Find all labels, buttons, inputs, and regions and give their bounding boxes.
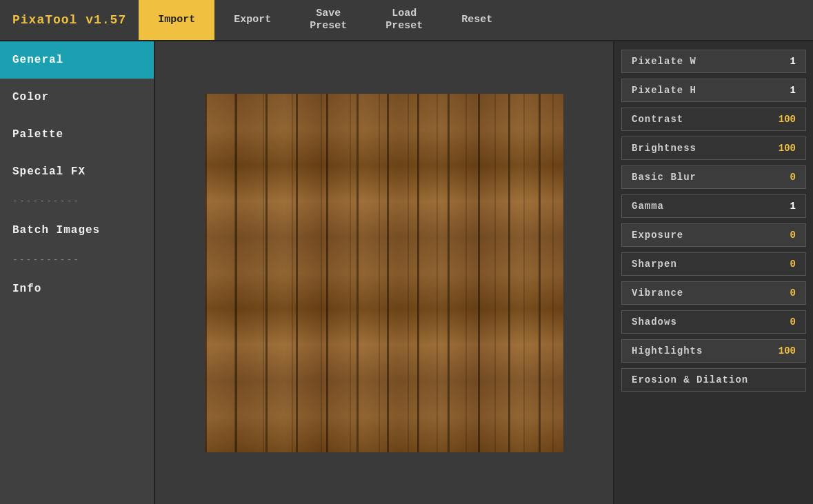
- gamma-value: 1: [790, 201, 796, 212]
- nav-import-button[interactable]: Import: [139, 0, 214, 40]
- right-panel: Pixelate W 1 Pixelate H 1 Contrast 100 B…: [613, 41, 813, 504]
- canvas-area: [155, 41, 613, 504]
- sidebar: General Color Palette Special FX -------…: [0, 41, 155, 504]
- contrast-label: Contrast: [632, 114, 683, 125]
- control-pixelate-w[interactable]: Pixelate W 1: [621, 50, 806, 73]
- highlights-label: Hightlights: [632, 345, 703, 356]
- control-highlights[interactable]: Hightlights 100: [621, 339, 806, 363]
- contrast-value: 100: [779, 114, 796, 125]
- sidebar-item-color[interactable]: Color: [0, 79, 154, 116]
- pixelate-w-value: 1: [790, 56, 796, 67]
- nav-reset-button[interactable]: Reset: [442, 0, 512, 40]
- basic-blur-value: 0: [790, 172, 796, 183]
- pixelate-h-value: 1: [790, 85, 796, 96]
- control-brightness[interactable]: Brightness 100: [621, 137, 806, 160]
- exposure-value: 0: [790, 230, 796, 241]
- control-basic-blur[interactable]: Basic Blur 0: [621, 165, 806, 189]
- control-exposure[interactable]: Exposure 0: [621, 223, 806, 247]
- basic-blur-label: Basic Blur: [632, 172, 696, 183]
- nav-export-button[interactable]: Export: [214, 0, 290, 40]
- top-nav: PixaTool v1.57 Import Export Save Preset…: [0, 0, 813, 41]
- sharpen-value: 0: [790, 259, 796, 270]
- app-brand: PixaTool v1.57: [0, 0, 139, 40]
- control-sharpen[interactable]: Sharpen 0: [621, 252, 806, 276]
- sidebar-item-special-fx[interactable]: Special FX: [0, 153, 154, 190]
- control-vibrance[interactable]: Vibrance 0: [621, 281, 806, 305]
- erosion-dilation-label: Erosion & Dilation: [632, 374, 748, 385]
- control-pixelate-h[interactable]: Pixelate H 1: [621, 79, 806, 102]
- control-shadows[interactable]: Shadows 0: [621, 310, 806, 334]
- control-erosion-dilation[interactable]: Erosion & Dilation: [621, 368, 806, 392]
- sidebar-item-info[interactable]: Info: [0, 270, 154, 308]
- gamma-label: Gamma: [632, 201, 664, 212]
- sidebar-item-batch-images[interactable]: Batch Images: [0, 212, 154, 249]
- control-gamma[interactable]: Gamma 1: [621, 194, 806, 218]
- highlights-value: 100: [779, 345, 796, 356]
- shadows-value: 0: [790, 316, 796, 327]
- nav-save-preset-button[interactable]: Save Preset: [290, 0, 366, 40]
- sidebar-item-general[interactable]: General: [0, 41, 154, 79]
- image-preview: [205, 94, 563, 452]
- pixelate-h-label: Pixelate H: [632, 85, 696, 96]
- vibrance-value: 0: [790, 288, 796, 299]
- exposure-label: Exposure: [632, 230, 683, 241]
- sidebar-divider-2: ----------: [0, 249, 154, 270]
- shadows-label: Shadows: [632, 316, 677, 327]
- sidebar-divider-1: ----------: [0, 190, 154, 212]
- wood-texture: [205, 94, 563, 452]
- brightness-value: 100: [779, 143, 796, 154]
- control-contrast[interactable]: Contrast 100: [621, 108, 806, 131]
- main-content: General Color Palette Special FX -------…: [0, 41, 813, 504]
- brightness-label: Brightness: [632, 143, 696, 154]
- nav-load-preset-button[interactable]: Load Preset: [366, 0, 442, 40]
- sidebar-item-palette[interactable]: Palette: [0, 116, 154, 153]
- vibrance-label: Vibrance: [632, 288, 683, 299]
- sharpen-label: Sharpen: [632, 259, 677, 270]
- pixelate-w-label: Pixelate W: [632, 56, 696, 67]
